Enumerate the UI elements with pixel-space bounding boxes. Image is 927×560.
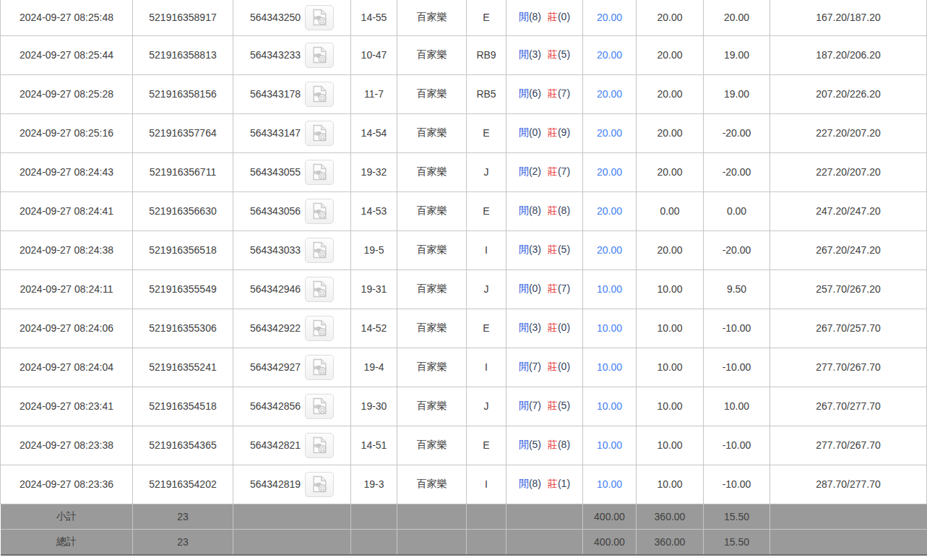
balance-cell: 187.20/206.20 [770,35,927,74]
game-type-cell: 百家樂 [397,0,467,35]
bet-amount-cell: 20.00 [583,113,637,152]
bet-id-cell: 521916357764 [133,113,233,152]
video-file-icon [312,436,327,454]
bet-records-table: 2024-09-27 08:25:48 521916358917 5643432… [0,0,927,556]
video-replay-button[interactable] [305,238,334,263]
round-cell: 564343147 [233,113,351,152]
banker-points: (5) [558,244,570,255]
summary-count-cell: 23 [133,529,233,555]
table-number-cell: 19-3 [351,465,397,504]
bet-amount-link[interactable]: 10.00 [597,283,622,295]
player-points: (5) [529,439,541,450]
summary-bet-total-cell: 400.00 [583,504,637,529]
player-label: 閒 [519,11,529,22]
win-loss-cell: 20.00 [704,0,770,35]
table-number-cell: 19-4 [351,348,397,387]
bet-records-page: 2024-09-27 08:25:48 521916358917 5643432… [0,0,927,560]
player-label: 閒 [519,126,529,138]
bet-amount-link[interactable]: 20.00 [597,88,622,100]
bet-amount-link[interactable]: 20.00 [597,49,622,61]
table-number-cell: 19-30 [351,387,397,426]
bet-amount-link[interactable]: 20.00 [597,205,622,217]
bet-time-cell: 2024-09-27 08:25:44 [1,35,133,74]
banker-label: 莊 [548,126,558,138]
bet-amount-cell: 20.00 [583,74,637,113]
bet-id-cell: 521916355241 [133,348,233,387]
bet-type-cell: J [467,387,506,426]
game-type-cell: 百家樂 [397,191,467,231]
bet-amount-cell: 10.00 [583,465,637,504]
bet-amount-cell: 10.00 [583,270,637,309]
player-label: 閒 [519,283,529,294]
bet-type-cell: I [467,465,506,504]
round-id: 564342922 [250,322,301,334]
summary-empty-cell [233,529,351,555]
summary-valid-total-cell: 360.00 [637,504,704,529]
round-cell: 564342819 [233,465,351,504]
player-points: (8) [529,11,541,22]
record-row: 2024-09-27 08:25:48 521916358917 5643432… [1,0,927,35]
video-replay-button[interactable] [305,160,334,185]
banker-points: (7) [558,165,570,177]
video-replay-button[interactable] [305,82,334,107]
summary-empty-cell [467,529,506,555]
video-replay-button[interactable] [305,472,334,497]
player-points: (3) [529,48,541,60]
bet-amount-link[interactable]: 20.00 [597,166,622,178]
round-cell: 564342821 [233,426,351,465]
bet-amount-link[interactable]: 10.00 [597,439,622,451]
win-loss-cell: 19.00 [704,74,770,113]
video-file-icon [312,319,327,337]
banker-points: (7) [558,283,570,294]
bet-type-cell: J [467,270,506,309]
bet-amount-link[interactable]: 20.00 [597,244,622,256]
video-replay-button[interactable] [305,5,334,30]
bet-type-cell: E [467,113,506,152]
video-replay-button[interactable] [305,199,334,224]
bet-type-cell: I [467,231,506,270]
round-id: 564343250 [250,12,301,23]
bet-type-cell: RB5 [467,74,506,113]
banker-label: 莊 [548,204,558,216]
video-replay-button[interactable] [305,433,334,458]
round-cell: 564343055 [233,152,351,191]
summary-label-cell: 小計 [1,504,133,529]
bet-time-cell: 2024-09-27 08:24:43 [1,152,133,191]
record-row: 2024-09-27 08:24:43 521916356711 5643430… [1,152,927,191]
bet-amount-link[interactable]: 10.00 [597,400,622,412]
subtotal-row: 小計 23 400.00 360.00 15.50 [1,504,927,529]
player-label: 閒 [519,322,529,333]
balance-cell: 207.20/226.20 [770,74,927,113]
video-replay-button[interactable] [305,316,334,341]
summary-label-cell: 總計 [1,529,133,555]
bet-amount-link[interactable]: 10.00 [597,322,622,334]
round-cell: 564342946 [233,270,351,309]
game-type-cell: 百家樂 [397,309,467,348]
player-label: 閒 [519,400,529,411]
video-replay-button[interactable] [305,394,334,419]
bet-amount-link[interactable]: 20.00 [597,12,622,23]
video-replay-button[interactable] [305,355,334,380]
round-id: 564343056 [250,205,301,217]
bet-type-cell: J [467,152,506,191]
round-cell: 564342927 [233,348,351,387]
table-number-cell: 14-51 [351,426,397,465]
player-label: 閒 [519,361,529,372]
banker-points: (9) [558,126,570,138]
bet-amount-link[interactable]: 20.00 [597,127,622,139]
player-points: (6) [529,87,541,99]
round-cell: 564342922 [233,309,351,348]
video-replay-button[interactable] [305,43,334,68]
game-result-cell: 閒(7) 莊(0) [506,348,583,387]
video-replay-button[interactable] [305,277,334,302]
round-id: 564342819 [250,478,301,490]
record-row: 2024-09-27 08:25:16 521916357764 5643431… [1,113,927,152]
win-loss-cell: 9.50 [704,270,770,309]
balance-cell: 267.70/277.70 [770,387,927,426]
bet-amount-link[interactable]: 10.00 [597,361,622,373]
video-replay-button[interactable] [305,121,334,146]
bet-amount-link[interactable]: 10.00 [597,478,622,490]
round-cell: 564343233 [233,35,351,74]
game-result-cell: 閒(8) 莊(1) [506,465,583,504]
round-id: 564343233 [250,49,301,61]
